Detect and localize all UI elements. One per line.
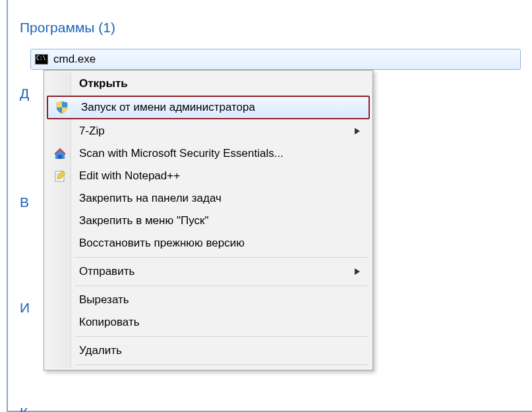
context-menu: Открыть Запуск от имени администратора (44, 70, 373, 370)
menu-separator (74, 257, 369, 258)
menu-item-label: Edit with Notepad++ (79, 169, 180, 183)
menu-item-cut[interactable]: Вырезать (46, 289, 370, 311)
cmd-icon (35, 54, 48, 65)
menu-item-label: Закрепить в меню "Пуск" (79, 214, 208, 227)
svg-rect-0 (58, 155, 62, 159)
menu-item-label: Отправить (79, 265, 134, 278)
menu-item-copy[interactable]: Копировать (46, 311, 370, 334)
menu-item-label: Запуск от имени администратора (81, 101, 255, 114)
menu-item-send-to[interactable]: Отправить (46, 260, 370, 283)
menu-separator (74, 365, 369, 365)
menu-item-open[interactable]: Открыть (46, 73, 370, 95)
menu-item-label: 7-Zip (79, 125, 105, 138)
menu-item-label: Копировать (79, 316, 140, 329)
menu-item-label: Восстановить прежнюю версию (79, 237, 245, 250)
submenu-arrow-icon (355, 268, 360, 275)
menu-separator (74, 285, 369, 286)
notepad-icon (53, 169, 67, 183)
menu-item-delete[interactable]: Удалить (46, 339, 370, 362)
menu-item-label: Scan with Microsoft Security Essentials.… (79, 147, 283, 160)
menu-item-mse-scan[interactable]: Scan with Microsoft Security Essentials.… (46, 142, 370, 165)
section-k-header: К (20, 405, 28, 412)
menu-separator (74, 336, 369, 337)
mse-house-icon (53, 146, 67, 161)
search-result-cmd[interactable]: cmd.exe (30, 49, 521, 70)
menu-item-7zip[interactable]: 7-Zip (46, 120, 370, 142)
menu-item-restore-prev-version[interactable]: Восстановить прежнюю версию (46, 232, 370, 254)
menu-item-label: Закрепить на панели задач (79, 192, 222, 205)
search-result-label: cmd.exe (53, 53, 96, 66)
section-programs-header: Программы (1) (20, 20, 115, 36)
menu-item-label: Открыть (79, 77, 128, 90)
section-d-header: Д (20, 86, 29, 102)
menu-item-label: Удалить (79, 344, 122, 357)
shield-icon (55, 100, 69, 115)
menu-item-pin-taskbar[interactable]: Закрепить на панели задач (46, 187, 370, 210)
menu-item-notepadpp[interactable]: Edit with Notepad++ (46, 165, 370, 187)
start-menu-search-panel: Программы (1) Д В И К cmd.exe Открыть (7, 0, 532, 412)
submenu-arrow-icon (355, 128, 360, 134)
menu-item-run-as-admin[interactable]: Запуск от имени администратора (47, 96, 370, 119)
section-i-header: И (20, 300, 30, 316)
menu-item-label: Вырезать (79, 293, 129, 307)
menu-item-pin-start[interactable]: Закрепить в меню "Пуск" (46, 210, 370, 232)
section-v-header: В (20, 194, 29, 210)
